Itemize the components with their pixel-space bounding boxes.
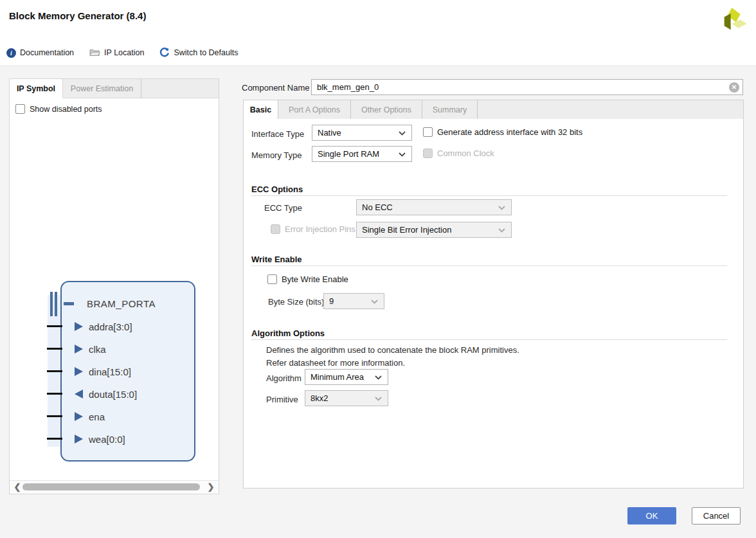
port-row: douta[15:0] [75,389,137,399]
byte-size-label: Byte Size (bits) [268,297,324,307]
toolbar: i Documentation IP Location Switch to De… [6,46,238,60]
interface-bar-icon [50,292,53,316]
show-disabled-ports-row: Show disabled ports [15,104,102,114]
tab-basic[interactable]: Basic [244,100,278,119]
chevron-down-icon [371,296,378,306]
folder-icon [89,48,100,58]
switch-to-defaults-button[interactable]: Switch to Defaults [159,47,238,59]
main-tab-strip: Basic Port A Options Other Options Summa… [243,100,744,119]
scrollbar-thumb[interactable] [22,483,200,490]
section-divider [251,339,727,340]
tab-other-options[interactable]: Other Options [351,100,422,119]
left-tab-strip: IP Symbol Power Estimation [10,79,219,98]
tab-summary[interactable]: Summary [422,100,478,119]
error-injection-row: Error Injection Pins [271,224,356,234]
port-stub [47,370,62,372]
error-injection-label: Error Injection Pins [285,224,356,234]
ip-symbol-panel: IP Symbol Power Estimation Show disabled… [9,78,219,494]
interface-type-value: Native [318,128,341,138]
basic-tab-content: Interface Type Native Generate address i… [243,119,744,489]
write-enable-header: Write Enable [251,255,302,264]
algorithm-description-line1: Defines the algorithm used to concatenat… [266,345,519,355]
interface-bar-icon [55,292,57,316]
error-injection-value: Single Bit Error Injection [362,225,451,235]
port-stub [47,325,62,327]
common-clock-checkbox [423,148,433,158]
chevron-down-icon [498,202,505,212]
input-port-arrow-icon [75,367,83,376]
switch-to-defaults-label: Switch to Defaults [174,48,238,57]
show-disabled-ports-checkbox[interactable] [15,104,25,114]
dialog-title: Block Memory Generator (8.4) [9,10,146,21]
interface-dash-icon [64,302,74,305]
algorithm-label: Algorithm [266,373,302,383]
interface-type-label: Interface Type [251,129,304,139]
cancel-button[interactable]: Cancel [692,507,741,525]
chevron-down-icon [375,393,382,403]
port-name: ena [89,411,105,422]
interface-type-select[interactable]: Native [312,125,412,141]
vendor-logo-icon [719,8,747,36]
documentation-button[interactable]: i Documentation [6,48,74,58]
chevron-down-icon [399,149,406,159]
error-injection-checkbox [271,224,280,234]
section-divider [251,195,727,196]
ecc-type-value: No ECC [362,202,393,212]
input-port-arrow-icon [75,345,83,354]
scroll-left-icon[interactable]: ❮ [14,483,21,492]
port-name: wea[0:0] [89,434,125,445]
chevron-down-icon [399,128,406,138]
byte-write-enable-checkbox[interactable] [267,274,277,284]
input-port-arrow-icon [75,412,83,421]
port-row: addra[3:0] [75,321,132,332]
byte-write-enable-label: Byte Write Enable [282,274,348,284]
port-stub [47,348,62,350]
memory-type-value: Single Port RAM [318,149,379,159]
info-icon: i [6,48,16,58]
byte-write-enable-row: Byte Write Enable [267,274,348,284]
component-name-input[interactable] [311,79,743,95]
port-row: clka [75,344,106,354]
port-row: wea[0:0] [75,434,125,444]
ip-location-button[interactable]: IP Location [89,48,144,58]
tab-power-estimation[interactable]: Power Estimation [63,79,141,98]
symbol-interface-name: BRAM_PORTA [87,298,156,309]
show-disabled-ports-label: Show disabled ports [30,105,102,114]
output-port-arrow-icon [75,390,83,399]
tab-ip-symbol[interactable]: IP Symbol [10,79,63,98]
horizontal-scrollbar[interactable]: ❮ ❯ [10,480,219,493]
port-row: dina[15:0] [75,366,131,377]
common-clock-label: Common Clock [437,148,494,158]
refresh-icon [159,47,170,59]
ok-button[interactable]: OK [627,507,676,525]
chevron-down-icon [375,372,382,382]
section-divider [251,265,727,266]
byte-size-select: 9 [323,293,384,309]
error-injection-select: Single Bit Error Injection [356,222,512,238]
byte-size-value: 9 [329,296,334,306]
algorithm-options-header: Algorithm Options [251,328,325,338]
scroll-right-icon[interactable]: ❯ [207,483,215,492]
memory-type-label: Memory Type [251,150,302,160]
ecc-type-select: No ECC [356,199,512,215]
primitive-value: 8kx2 [310,393,328,403]
generate-address-row: Generate address interface with 32 bits [423,127,582,137]
common-clock-row: Common Clock [423,148,494,158]
input-port-arrow-icon [75,322,83,331]
port-name: clka [89,344,106,355]
port-name: dina[15:0] [89,366,131,377]
clear-input-icon[interactable]: ✕ [729,82,739,93]
dialog-header: Block Memory Generator (8.4) i Documenta… [0,0,756,66]
ip-location-label: IP Location [104,48,144,57]
memory-type-select[interactable]: Single Port RAM [312,146,412,162]
tab-port-a-options[interactable]: Port A Options [278,100,351,119]
dialog-block-memory-generator: Block Memory Generator (8.4) i Documenta… [0,0,756,538]
chevron-down-icon [498,225,505,235]
algorithm-select[interactable]: Minimum Area [305,369,388,385]
port-row: ena [75,411,105,422]
port-name: addra[3:0] [89,321,132,332]
generate-address-checkbox[interactable] [423,127,433,137]
primitive-label: Primitive [266,395,298,404]
input-port-arrow-icon [75,435,83,444]
algorithm-description-line2: Refer datasheet for more information. [266,358,405,368]
